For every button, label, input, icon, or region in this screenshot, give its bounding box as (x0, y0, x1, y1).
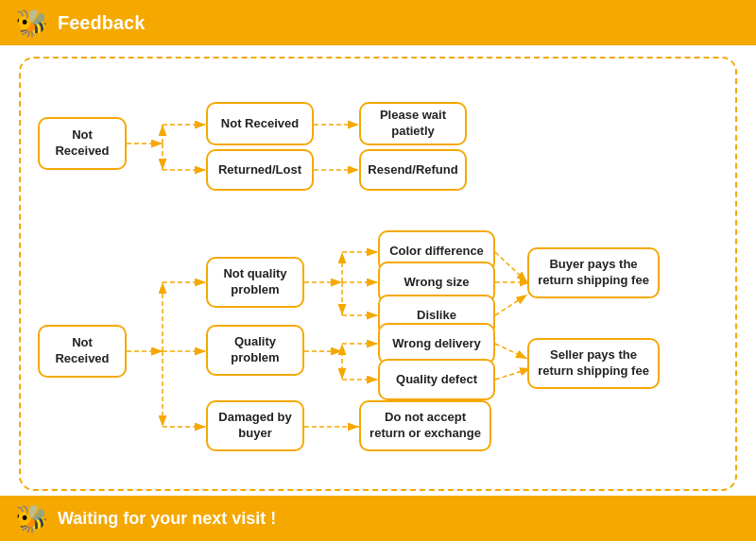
svg-line-26 (495, 252, 527, 282)
node-damaged-buyer: Damaged by buyer (206, 400, 304, 451)
node-please-wait: Please wait patietly (359, 102, 467, 145)
main-content: Not Received Not Received Returned/Lost … (0, 45, 756, 502)
header: 🐝 Feedback (0, 0, 756, 45)
bee-icon-footer: 🐝 (15, 503, 48, 534)
footer-title: Waiting for your next visit ! (58, 509, 276, 529)
node-not-received-right: Not Received (206, 102, 314, 145)
node-not-quality: Not quality problem (206, 257, 304, 308)
node-quality-defect: Quality defect (378, 359, 495, 400)
bee-icon: 🐝 (15, 8, 48, 39)
node-not-received-2: Not Received (38, 325, 127, 378)
svg-line-28 (495, 295, 527, 315)
diagram-container: Not Received Not Received Returned/Lost … (19, 57, 737, 491)
node-resend-refund: Resend/Refund (359, 149, 467, 191)
svg-line-30 (495, 368, 531, 380)
header-title: Feedback (58, 12, 145, 34)
node-buyer-pays: Buyer pays the return shipping fee (527, 247, 660, 298)
footer: 🐝 Waiting for your next visit ! (0, 496, 756, 541)
node-seller-pays: Seller pays the return shipping fee (527, 338, 660, 389)
node-returned-lost: Returned/Lost (206, 149, 314, 191)
svg-line-29 (495, 344, 527, 359)
node-no-return: Do not accept return or exchange (359, 400, 491, 451)
node-not-received-1: Not Received (38, 117, 127, 170)
node-quality-problem: Quality problem (206, 325, 304, 376)
